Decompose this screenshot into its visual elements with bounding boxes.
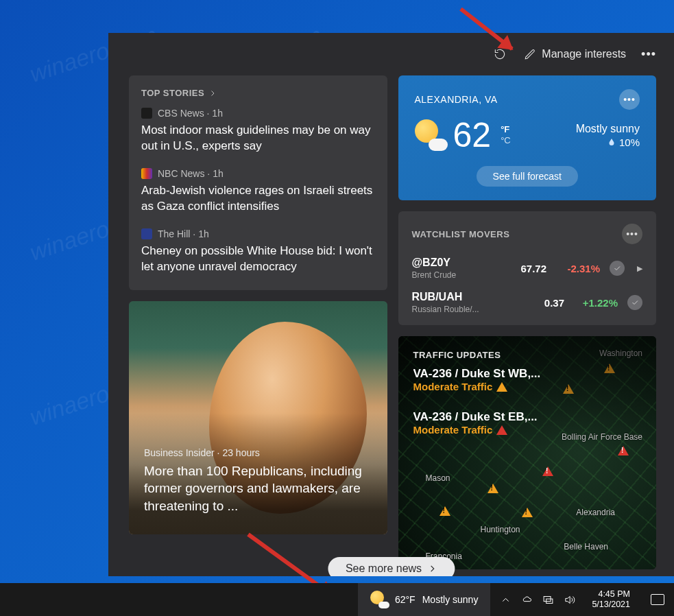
map-label: Alexandria <box>576 508 615 517</box>
weather-location: ALEXANDRIA, VA <box>415 94 498 105</box>
taskbar: 62°F Mostly sunny 4:45 PM 5/13/2021 <box>0 583 674 616</box>
mover-price: 0.37 <box>523 297 564 309</box>
mover-price: 67.72 <box>505 263 546 274</box>
onedrive-icon[interactable] <box>521 594 533 606</box>
story-source: NBC News · 1h <box>158 168 224 179</box>
traffic-title: TRAFFIC UPDATES <box>413 350 642 360</box>
news-interests-flyout: Manage interests ••• TOP STORIES CBS New… <box>108 33 674 576</box>
droplet-icon <box>607 137 616 147</box>
weather-more-button[interactable]: ••• <box>619 89 640 110</box>
hazard-icon <box>522 508 533 517</box>
weather-card[interactable]: ALEXANDRIA, VA ••• 62 °F °C Mostly sunny <box>398 75 657 200</box>
system-tray <box>490 594 585 606</box>
pencil-icon <box>524 48 536 60</box>
top-stories-header[interactable]: TOP STORIES <box>141 88 375 98</box>
hazard-icon <box>440 506 450 516</box>
traffic-status: Moderate Traffic <box>413 381 642 392</box>
more-options-button[interactable]: ••• <box>641 47 656 62</box>
see-more-news-button[interactable]: See more news <box>328 557 455 576</box>
mover-row[interactable]: @BZ0Y Brent Crude 67.72 -2.31% ▶ <box>412 251 643 285</box>
map-label: Mason <box>426 473 450 483</box>
traffic-card[interactable]: Washington Bolling Air Force Base Alexan… <box>398 336 657 569</box>
mover-row[interactable]: RUB/UAH Russian Rouble/... 0.37 +1.22% <box>412 285 643 320</box>
hazard-icon <box>542 466 553 476</box>
story-item[interactable]: CBS News · 1h Most indoor mask guideline… <box>141 108 375 154</box>
taskbar-weather-button[interactable]: 62°F Mostly sunny <box>358 583 490 616</box>
story-headline: Cheney on possible White House bid: I wo… <box>141 244 375 275</box>
flyout-header: Manage interests ••• <box>129 45 656 63</box>
traffic-road: VA-236 / Duke St EB,... <box>413 410 642 424</box>
manage-interests-button[interactable]: Manage interests <box>524 48 626 60</box>
tray-chevron-up-icon[interactable] <box>500 594 511 606</box>
weather-condition: Mostly sunny <box>576 123 640 135</box>
mover-pct: -2.31% <box>556 263 600 274</box>
watchlist-more-button[interactable]: ••• <box>622 224 642 244</box>
chevron-right-icon <box>208 89 217 97</box>
source-badge-icon <box>141 108 152 119</box>
story-source: CBS News · 1h <box>158 108 223 119</box>
weather-icon <box>415 119 446 151</box>
hazard-icon <box>496 425 507 435</box>
action-center-icon[interactable] <box>651 594 664 605</box>
story-item[interactable]: The Hill · 1h Cheney on possible White H… <box>141 228 375 275</box>
scroll-right-icon[interactable]: ▶ <box>637 264 642 273</box>
manage-interests-label: Manage interests <box>542 48 626 60</box>
feature-headline: More than 100 Republicans, including for… <box>144 462 372 515</box>
mover-pct: +1.22% <box>574 297 618 309</box>
taskbar-temp: 62°F <box>395 594 416 605</box>
source-badge-icon <box>141 168 152 179</box>
traffic-road: VA-236 / Duke St WB,... <box>413 367 642 381</box>
weather-temp: 62 <box>453 115 492 155</box>
hazard-icon <box>488 484 498 493</box>
mover-symbol: RUB/UAH <box>412 291 514 303</box>
see-forecast-button[interactable]: See full forecast <box>477 166 578 187</box>
story-source: The Hill · 1h <box>158 228 209 239</box>
source-badge-icon <box>141 228 152 239</box>
feature-source: Business Insider · 23 hours <box>144 447 260 458</box>
mover-check-icon[interactable] <box>627 295 642 310</box>
story-headline: Most indoor mask guidelines may be on wa… <box>141 123 375 154</box>
mover-check-icon[interactable] <box>610 261 625 276</box>
story-headline: Arab-Jewish violence rages on Israeli st… <box>141 183 375 215</box>
story-item[interactable]: NBC News · 1h Arab-Jewish violence rages… <box>141 168 375 215</box>
weather-icon <box>370 591 388 608</box>
mover-name: Russian Rouble/... <box>412 305 514 314</box>
top-stories-card: TOP STORIES CBS News · 1h Most indoor ma… <box>129 75 387 290</box>
traffic-status: Moderate Traffic <box>413 424 642 436</box>
taskbar-clock[interactable]: 4:45 PM 5/13/2021 <box>585 589 637 610</box>
weather-units[interactable]: °F °C <box>501 124 511 145</box>
network-icon[interactable] <box>542 594 554 606</box>
hazard-icon <box>496 382 507 392</box>
mover-name: Brent Crude <box>412 270 496 280</box>
feature-story-card[interactable]: Business Insider · 23 hours More than 10… <box>129 301 387 534</box>
weather-precip: 10% <box>576 137 640 148</box>
mover-symbol: @BZ0Y <box>412 257 496 269</box>
map-label: Huntington <box>481 525 520 534</box>
top-stories-title: TOP STORIES <box>141 88 204 98</box>
chevron-right-icon <box>427 564 437 573</box>
taskbar-condition: Mostly sunny <box>422 594 479 605</box>
volume-icon[interactable] <box>564 594 575 606</box>
map-label: Belle Haven <box>564 542 608 552</box>
watchlist-title[interactable]: WATCHLIST MOVERS <box>412 229 510 239</box>
watchlist-card: WATCHLIST MOVERS ••• @BZ0Y Brent Crude 6… <box>398 211 657 325</box>
